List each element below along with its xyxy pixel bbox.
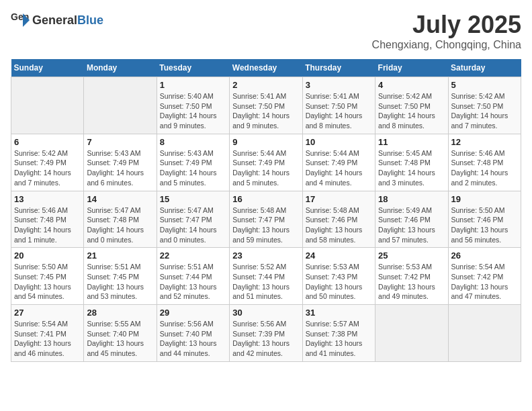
day-info: Sunrise: 5:56 AMSunset: 7:40 PMDaylight:…: [160, 319, 226, 359]
day-info: Sunrise: 5:51 AMSunset: 7:44 PMDaylight:…: [160, 262, 226, 302]
calendar-cell: 20Sunrise: 5:50 AMSunset: 7:45 PMDayligh…: [11, 248, 84, 305]
calendar-cell: 28Sunrise: 5:55 AMSunset: 7:40 PMDayligh…: [84, 305, 157, 362]
calendar-cell: 22Sunrise: 5:51 AMSunset: 7:44 PMDayligh…: [157, 248, 229, 305]
calendar-cell: 24Sunrise: 5:53 AMSunset: 7:43 PMDayligh…: [302, 248, 375, 305]
day-number: 26: [451, 250, 518, 261]
calendar-cell: 2Sunrise: 5:41 AMSunset: 7:50 PMDaylight…: [230, 77, 302, 134]
day-info: Sunrise: 5:43 AMSunset: 7:49 PMDaylight:…: [87, 148, 153, 188]
calendar-cell: 1Sunrise: 5:40 AMSunset: 7:50 PMDaylight…: [157, 77, 229, 134]
calendar-week-row: 13Sunrise: 5:46 AMSunset: 7:48 PMDayligh…: [11, 191, 521, 248]
calendar-cell: 11Sunrise: 5:45 AMSunset: 7:48 PMDayligh…: [375, 134, 448, 191]
day-number: 10: [306, 137, 372, 147]
day-number: 12: [451, 137, 518, 147]
calendar-cell: [84, 77, 157, 134]
page-header: Gen GeneralBlue July 2025 Chengxiang, Ch…: [11, 11, 521, 51]
day-of-week-header: Tuesday: [157, 59, 229, 77]
calendar-cell: 17Sunrise: 5:48 AMSunset: 7:46 PMDayligh…: [302, 191, 375, 248]
day-info: Sunrise: 5:47 AMSunset: 7:48 PMDaylight:…: [87, 205, 153, 245]
calendar-cell: 18Sunrise: 5:49 AMSunset: 7:46 PMDayligh…: [375, 191, 448, 248]
day-of-week-header: Thursday: [302, 59, 375, 77]
day-info: Sunrise: 5:52 AMSunset: 7:44 PMDaylight:…: [232, 262, 299, 302]
calendar-cell: 30Sunrise: 5:56 AMSunset: 7:39 PMDayligh…: [230, 305, 302, 362]
day-number: 14: [87, 194, 153, 204]
day-number: 5: [451, 80, 518, 90]
day-of-week-header: Friday: [375, 59, 448, 77]
calendar-cell: 21Sunrise: 5:51 AMSunset: 7:45 PMDayligh…: [84, 248, 157, 305]
day-number: 17: [306, 194, 372, 204]
day-number: 13: [14, 194, 81, 204]
day-number: 28: [87, 308, 153, 318]
day-info: Sunrise: 5:42 AMSunset: 7:49 PMDaylight:…: [14, 148, 81, 188]
calendar-week-row: 20Sunrise: 5:50 AMSunset: 7:45 PMDayligh…: [11, 248, 521, 305]
day-number: 18: [378, 194, 445, 204]
day-of-week-header: Saturday: [448, 59, 521, 77]
day-number: 3: [306, 80, 372, 90]
day-info: Sunrise: 5:42 AMSunset: 7:50 PMDaylight:…: [451, 91, 518, 131]
calendar-cell: 8Sunrise: 5:43 AMSunset: 7:49 PMDaylight…: [157, 134, 229, 191]
logo-icon: Gen: [11, 11, 30, 30]
calendar-cell: 19Sunrise: 5:50 AMSunset: 7:46 PMDayligh…: [448, 191, 521, 248]
day-number: 21: [87, 250, 153, 261]
day-number: 9: [232, 137, 299, 147]
calendar-cell: 4Sunrise: 5:42 AMSunset: 7:50 PMDaylight…: [375, 77, 448, 134]
day-number: 29: [160, 308, 226, 318]
day-info: Sunrise: 5:46 AMSunset: 7:48 PMDaylight:…: [14, 205, 81, 245]
day-info: Sunrise: 5:54 AMSunset: 7:41 PMDaylight:…: [14, 319, 81, 359]
day-info: Sunrise: 5:44 AMSunset: 7:49 PMDaylight:…: [306, 148, 372, 188]
day-info: Sunrise: 5:46 AMSunset: 7:48 PMDaylight:…: [451, 148, 518, 188]
day-number: 6: [14, 137, 81, 147]
day-number: 24: [306, 250, 372, 261]
day-number: 23: [232, 250, 299, 261]
calendar-week-row: 27Sunrise: 5:54 AMSunset: 7:41 PMDayligh…: [11, 305, 521, 362]
calendar-cell: [11, 77, 84, 134]
calendar-cell: 31Sunrise: 5:57 AMSunset: 7:38 PMDayligh…: [302, 305, 375, 362]
day-number: 22: [160, 250, 226, 261]
calendar-cell: 3Sunrise: 5:41 AMSunset: 7:50 PMDaylight…: [302, 77, 375, 134]
day-info: Sunrise: 5:50 AMSunset: 7:45 PMDaylight:…: [14, 262, 81, 302]
calendar-cell: 16Sunrise: 5:48 AMSunset: 7:47 PMDayligh…: [230, 191, 302, 248]
logo: Gen GeneralBlue: [11, 11, 103, 30]
calendar-cell: 26Sunrise: 5:54 AMSunset: 7:42 PMDayligh…: [448, 248, 521, 305]
calendar-cell: [375, 305, 448, 362]
month-year-title: July 2025: [372, 11, 521, 39]
calendar-cell: [448, 305, 521, 362]
day-of-week-header: Wednesday: [230, 59, 302, 77]
day-of-week-header: Sunday: [11, 59, 84, 77]
calendar-cell: 5Sunrise: 5:42 AMSunset: 7:50 PMDaylight…: [448, 77, 521, 134]
calendar-cell: 25Sunrise: 5:53 AMSunset: 7:42 PMDayligh…: [375, 248, 448, 305]
day-number: 2: [232, 80, 299, 90]
day-info: Sunrise: 5:45 AMSunset: 7:48 PMDaylight:…: [378, 148, 445, 188]
day-info: Sunrise: 5:50 AMSunset: 7:46 PMDaylight:…: [451, 205, 518, 245]
calendar-cell: 10Sunrise: 5:44 AMSunset: 7:49 PMDayligh…: [302, 134, 375, 191]
location-subtitle: Chengxiang, Chongqing, China: [372, 39, 521, 51]
calendar-cell: 14Sunrise: 5:47 AMSunset: 7:48 PMDayligh…: [84, 191, 157, 248]
title-area: July 2025 Chengxiang, Chongqing, China: [372, 11, 521, 51]
day-number: 27: [14, 308, 81, 318]
day-number: 4: [378, 80, 445, 90]
day-number: 30: [232, 308, 299, 318]
day-number: 15: [160, 194, 226, 204]
calendar-cell: 23Sunrise: 5:52 AMSunset: 7:44 PMDayligh…: [230, 248, 302, 305]
calendar-table: SundayMondayTuesdayWednesdayThursdayFrid…: [11, 59, 521, 362]
day-info: Sunrise: 5:41 AMSunset: 7:50 PMDaylight:…: [232, 91, 299, 131]
day-info: Sunrise: 5:43 AMSunset: 7:49 PMDaylight:…: [160, 148, 226, 188]
day-info: Sunrise: 5:48 AMSunset: 7:47 PMDaylight:…: [232, 205, 299, 245]
day-number: 7: [87, 137, 153, 147]
logo-text-general: General: [32, 13, 77, 27]
calendar-cell: 13Sunrise: 5:46 AMSunset: 7:48 PMDayligh…: [11, 191, 84, 248]
day-number: 20: [14, 250, 81, 261]
day-number: 31: [306, 308, 372, 318]
calendar-cell: 6Sunrise: 5:42 AMSunset: 7:49 PMDaylight…: [11, 134, 84, 191]
day-number: 16: [232, 194, 299, 204]
day-info: Sunrise: 5:44 AMSunset: 7:49 PMDaylight:…: [232, 148, 299, 188]
day-info: Sunrise: 5:53 AMSunset: 7:42 PMDaylight:…: [378, 262, 445, 302]
day-number: 19: [451, 194, 518, 204]
calendar-cell: 12Sunrise: 5:46 AMSunset: 7:48 PMDayligh…: [448, 134, 521, 191]
day-info: Sunrise: 5:55 AMSunset: 7:40 PMDaylight:…: [87, 319, 153, 359]
calendar-cell: 29Sunrise: 5:56 AMSunset: 7:40 PMDayligh…: [157, 305, 229, 362]
calendar-cell: 9Sunrise: 5:44 AMSunset: 7:49 PMDaylight…: [230, 134, 302, 191]
day-number: 8: [160, 137, 226, 147]
day-info: Sunrise: 5:51 AMSunset: 7:45 PMDaylight:…: [87, 262, 153, 302]
day-number: 11: [378, 137, 445, 147]
day-info: Sunrise: 5:57 AMSunset: 7:38 PMDaylight:…: [306, 319, 372, 359]
